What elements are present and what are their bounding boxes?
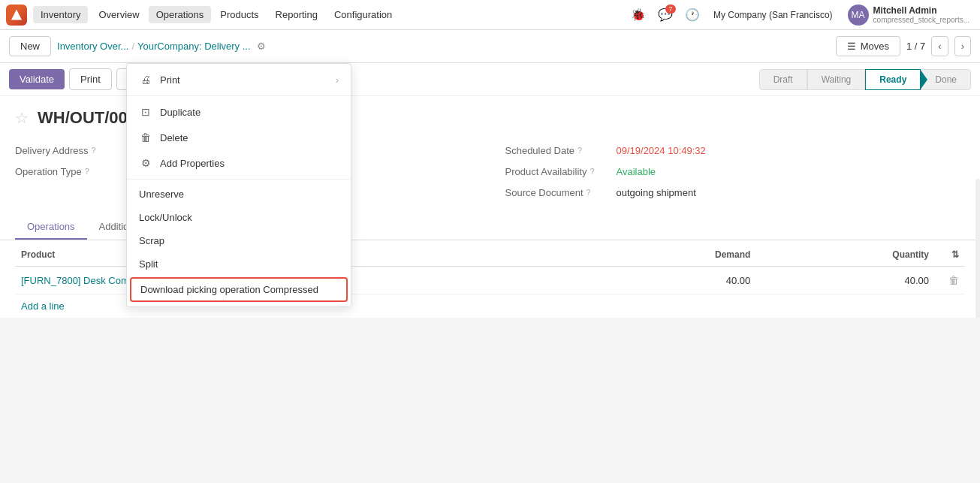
- menu-section-actions: Unreserve Lock/Unlock Scrap Split Downlo…: [127, 179, 351, 306]
- menu-item-add-properties[interactable]: ⚙ Add Properties: [127, 150, 351, 176]
- menu-overlay[interactable]: 🖨 Print › ⊡ Duplicate 🗑 Delete ⚙ Add Pro…: [0, 0, 980, 483]
- dropdown-menu: 🖨 Print › ⊡ Duplicate 🗑 Delete ⚙ Add Pro…: [126, 63, 351, 307]
- menu-section-edit: ⊡ Duplicate 🗑 Delete ⚙ Add Properties: [127, 95, 351, 179]
- menu-item-duplicate[interactable]: ⊡ Duplicate: [127, 99, 351, 125]
- menu-item-split[interactable]: Split: [127, 252, 351, 276]
- menu-item-unreserve[interactable]: Unreserve: [127, 183, 351, 206]
- menu-item-delete[interactable]: 🗑 Delete: [127, 125, 351, 150]
- print-icon: 🖨: [139, 74, 152, 86]
- properties-icon: ⚙: [139, 157, 152, 169]
- duplicate-icon: ⊡: [139, 106, 152, 118]
- menu-item-print[interactable]: 🖨 Print ›: [127, 67, 351, 92]
- menu-section-print: 🖨 Print ›: [127, 64, 351, 95]
- menu-item-download-compressed[interactable]: Download picking operation Compressed: [130, 277, 348, 302]
- menu-item-lock-unlock[interactable]: Lock/Unlock: [127, 206, 351, 229]
- trash-icon: 🗑: [139, 131, 152, 143]
- menu-item-scrap[interactable]: Scrap: [127, 229, 351, 252]
- arrow-icon: ›: [336, 74, 339, 86]
